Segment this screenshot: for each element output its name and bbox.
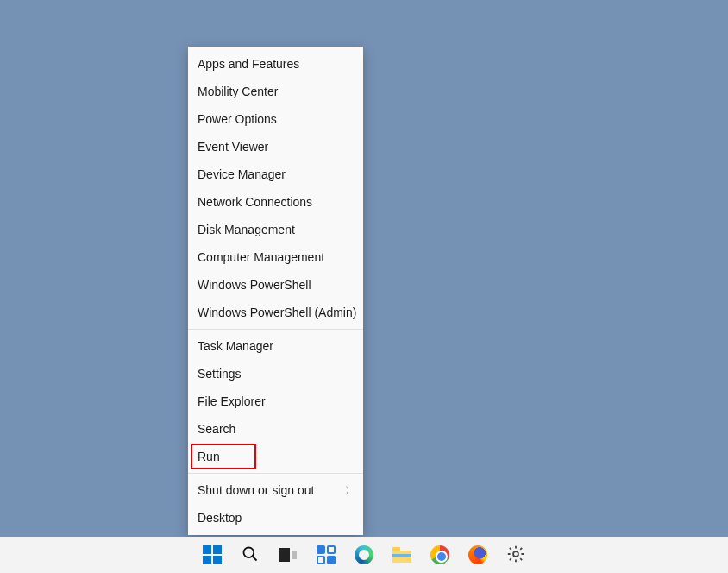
task-view-icon xyxy=(279,548,297,562)
file-explorer-button[interactable] xyxy=(389,542,415,568)
menu-label: Power Options xyxy=(198,112,277,126)
menu-label: Computer Management xyxy=(198,250,324,264)
menu-label: Run xyxy=(198,450,220,463)
menu-item-power-options[interactable]: Power Options xyxy=(188,105,363,133)
svg-point-2 xyxy=(244,547,254,557)
settings-button[interactable] xyxy=(503,542,529,568)
menu-item-device-manager[interactable]: Device Manager xyxy=(188,161,363,188)
task-view-button[interactable] xyxy=(275,542,301,568)
menu-item-event-viewer[interactable]: Event Viewer xyxy=(188,133,363,161)
chrome-button[interactable] xyxy=(427,542,453,568)
menu-label: Device Manager xyxy=(198,167,286,181)
menu-label: Apps and Features xyxy=(198,57,299,71)
file-explorer-icon xyxy=(392,547,411,563)
menu-item-apps-features[interactable]: Apps and Features xyxy=(188,50,363,78)
menu-label: Windows PowerShell (Admin) xyxy=(198,305,356,319)
menu-item-task-manager[interactable]: Task Manager xyxy=(188,332,363,360)
firefox-icon xyxy=(468,545,487,564)
menu-separator xyxy=(188,473,363,474)
taskbar xyxy=(0,537,728,573)
edge-button[interactable] xyxy=(351,542,377,568)
svg-point-4 xyxy=(513,551,518,557)
menu-separator xyxy=(188,329,363,330)
widgets-icon xyxy=(317,545,336,564)
start-icon xyxy=(203,545,222,564)
menu-item-run[interactable]: Run xyxy=(188,443,363,470)
svg-line-3 xyxy=(253,556,257,560)
menu-item-network-connections[interactable]: Network Connections xyxy=(188,188,363,216)
menu-label: Disk Management xyxy=(198,223,295,236)
menu-label: Shut down or sign out xyxy=(198,483,314,497)
menu-item-search[interactable]: Search xyxy=(188,415,363,443)
search-icon xyxy=(242,545,259,565)
chevron-right-icon: 〉 xyxy=(345,476,355,504)
widgets-button[interactable] xyxy=(313,542,339,568)
menu-item-desktop[interactable]: Desktop xyxy=(188,504,363,532)
menu-item-powershell[interactable]: Windows PowerShell xyxy=(188,271,363,299)
menu-label: Network Connections xyxy=(198,195,312,209)
menu-item-settings[interactable]: Settings xyxy=(188,360,363,387)
chrome-icon xyxy=(430,545,449,564)
menu-label: Event Viewer xyxy=(198,140,268,154)
menu-label: Settings xyxy=(198,367,242,381)
firefox-button[interactable] xyxy=(465,542,491,568)
menu-label: Mobility Center xyxy=(198,85,278,98)
menu-label: Search xyxy=(198,422,235,436)
edge-icon xyxy=(355,545,373,564)
start-context-menu: Apps and Features Mobility Center Power … xyxy=(188,47,363,535)
menu-item-shutdown[interactable]: Shut down or sign out 〉 xyxy=(188,476,363,504)
menu-label: Task Manager xyxy=(198,339,273,353)
menu-label: Desktop xyxy=(198,511,242,525)
menu-item-computer-management[interactable]: Computer Management xyxy=(188,243,363,271)
start-button[interactable] xyxy=(199,542,225,568)
menu-item-powershell-admin[interactable]: Windows PowerShell (Admin) xyxy=(188,299,363,326)
menu-item-disk-management[interactable]: Disk Management xyxy=(188,216,363,243)
search-button[interactable] xyxy=(237,542,263,568)
menu-label: File Explorer xyxy=(198,394,266,408)
menu-label: Windows PowerShell xyxy=(198,278,311,292)
gear-icon xyxy=(506,545,525,566)
menu-item-file-explorer[interactable]: File Explorer xyxy=(188,387,363,415)
menu-item-mobility-center[interactable]: Mobility Center xyxy=(188,78,363,105)
